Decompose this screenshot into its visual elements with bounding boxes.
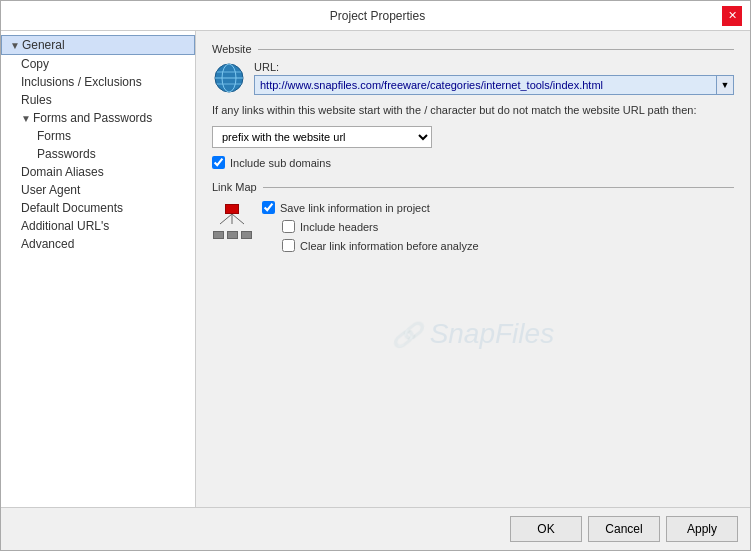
sidebar-item-default-docs[interactable]: Default Documents [1,199,195,217]
dialog-title: Project Properties [33,9,722,23]
include-headers-label: Include headers [300,221,378,233]
save-link-checkbox[interactable] [262,201,275,214]
svg-line-7 [232,214,244,224]
sidebar-item-general[interactable]: ▼ General [1,35,195,55]
sidebar-item-advanced[interactable]: Advanced [1,235,195,253]
website-section-label: Website [212,43,734,55]
prefix-select[interactable]: prefix with the website url prefix with … [212,126,432,148]
dialog-footer: OK Cancel Apply [1,507,750,550]
close-button[interactable]: ✕ [722,6,742,26]
url-row: URL: ▼ [212,61,734,95]
arrow-icon: ▼ [10,40,20,51]
clear-link-label: Clear link information before analyze [300,240,479,252]
cancel-button[interactable]: Cancel [588,516,660,542]
link-map-section-label: Link Map [212,181,734,193]
clear-link-info-row: Clear link information before analyze [282,239,734,252]
save-link-info-row: Save link information in project [262,201,734,214]
url-combo: ▼ [254,75,734,95]
sidebar-item-domain-aliases[interactable]: Domain Aliases [1,163,195,181]
sidebar-item-label: User Agent [21,183,80,197]
link-map-checkboxes: Save link information in project Include… [262,201,734,258]
sidebar-item-label: Copy [21,57,49,71]
description-text: If any links within this website start w… [212,103,734,118]
ok-button[interactable]: OK [510,516,582,542]
save-link-label: Save link information in project [280,202,430,214]
network-diagram-icon [212,201,252,241]
sidebar-item-forms-passwords[interactable]: ▼ Forms and Passwords [1,109,195,127]
main-content: Website URL: ▼ [196,31,750,507]
include-subdomains-checkbox[interactable] [212,156,225,169]
arrow-icon: ▼ [21,113,31,124]
sidebar-item-label: Advanced [21,237,74,251]
url-input[interactable] [254,75,716,95]
sidebar-item-label: General [22,38,65,52]
url-dropdown-button[interactable]: ▼ [716,75,734,95]
bottom-nodes [213,231,252,239]
sidebar-item-copy[interactable]: Copy [1,55,195,73]
sidebar-item-label: Forms and Passwords [33,111,152,125]
include-subdomains-row: Include sub domains [212,156,734,169]
watermark-text: SnapFiles [430,318,555,349]
sidebar-item-label: Domain Aliases [21,165,104,179]
sidebar-item-inclusions[interactable]: Inclusions / Exclusions [1,73,195,91]
svg-line-5 [220,214,232,224]
globe-icon [213,62,245,94]
sidebar-item-user-agent[interactable]: User Agent [1,181,195,199]
title-bar: Project Properties ✕ [1,1,750,31]
globe-icon-wrap [212,61,246,95]
dialog-body: ▼ General Copy Inclusions / Exclusions R… [1,31,750,507]
bottom-node-1 [213,231,224,239]
sidebar: ▼ General Copy Inclusions / Exclusions R… [1,31,196,507]
sidebar-item-label: Default Documents [21,201,123,215]
bottom-node-3 [241,231,252,239]
link-map-section-text: Link Map [212,181,257,193]
top-node [225,204,239,214]
sidebar-item-rules[interactable]: Rules [1,91,195,109]
bottom-node-2 [227,231,238,239]
sidebar-item-passwords[interactable]: Passwords [1,145,195,163]
website-section-text: Website [212,43,252,55]
connector-lines [214,214,250,228]
sidebar-item-label: Rules [21,93,52,107]
include-subdomains-label: Include sub domains [230,157,331,169]
url-label: URL: [254,61,734,73]
link-map-content: Save link information in project Include… [212,201,734,258]
clear-link-checkbox[interactable] [282,239,295,252]
watermark: 🔗 SnapFiles [212,318,734,350]
sidebar-item-label: Forms [37,129,71,143]
project-properties-dialog: Project Properties ✕ ▼ General Copy Incl… [0,0,751,551]
prefix-dropdown-wrap: prefix with the website url prefix with … [212,126,734,148]
include-headers-checkbox[interactable] [282,220,295,233]
link-map-section: Link Map [212,181,734,258]
watermark-icon: 🔗 [392,321,422,348]
include-headers-row: Include headers [282,220,734,233]
apply-button[interactable]: Apply [666,516,738,542]
sidebar-item-label: Passwords [37,147,96,161]
url-field-wrap: URL: ▼ [254,61,734,95]
sidebar-item-label: Inclusions / Exclusions [21,75,142,89]
sidebar-item-forms[interactable]: Forms [1,127,195,145]
sidebar-item-additional-urls[interactable]: Additional URL's [1,217,195,235]
sidebar-item-label: Additional URL's [21,219,109,233]
